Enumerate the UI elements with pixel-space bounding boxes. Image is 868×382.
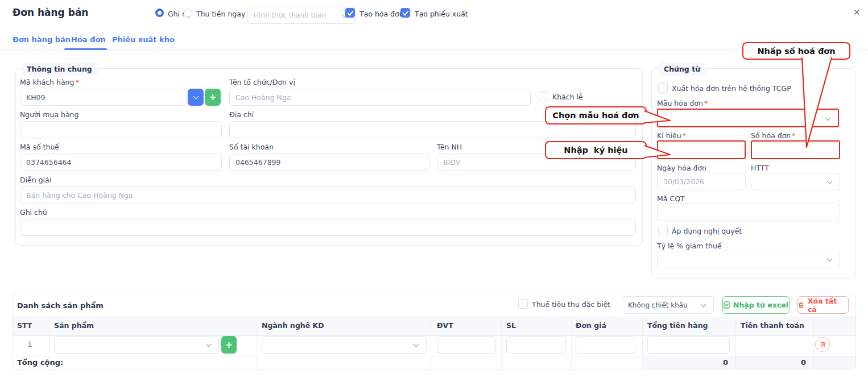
tcgp-checkbox[interactable] bbox=[658, 83, 668, 93]
special-tax-checkbox[interactable] bbox=[518, 299, 528, 309]
create-invoice-checkbox[interactable] bbox=[345, 8, 355, 18]
col-header-tong-tien: Tổng tiền hàng bbox=[647, 321, 708, 330]
plus-icon: + bbox=[225, 340, 233, 350]
resolution-label: Áp dụng nghị quyết bbox=[672, 227, 742, 235]
trash-icon bbox=[798, 302, 804, 309]
description-input[interactable] bbox=[20, 186, 636, 204]
chevron-down-icon bbox=[827, 256, 833, 262]
delete-all-button[interactable]: Xóa tất cả bbox=[797, 296, 849, 314]
close-icon[interactable]: ✕ bbox=[853, 7, 861, 18]
tab-don-hang-ban[interactable]: Đơn hàng bán bbox=[13, 35, 71, 44]
special-tax-label: Thuế tiêu thụ đặc biệt bbox=[532, 300, 610, 309]
org-name-input[interactable] bbox=[229, 89, 531, 106]
symbol-input[interactable] bbox=[657, 140, 746, 159]
products-title: Danh sách sản phẩm bbox=[17, 301, 104, 310]
documents-legend: Chứng từ bbox=[658, 63, 706, 76]
row-stt-value: 1 bbox=[23, 340, 37, 348]
radio-cash-label: Thu tiền ngay bbox=[196, 10, 245, 18]
invoice-no-input[interactable] bbox=[751, 140, 840, 159]
org-name-label: Tên tổ chức/Đơn vị bbox=[229, 78, 295, 86]
invoice-date-label: Ngày hóa đơn bbox=[657, 164, 706, 172]
create-export-label: Tạo phiếu xuất bbox=[415, 10, 468, 18]
chevron-down-icon bbox=[206, 342, 212, 347]
row-dvt-input[interactable] bbox=[437, 336, 496, 354]
col-divider bbox=[571, 317, 572, 369]
callout-symbol: Nhập ký hiệu bbox=[545, 141, 647, 159]
tax-code-input[interactable] bbox=[20, 153, 222, 171]
row-sl-input[interactable] bbox=[506, 336, 566, 354]
discount-select[interactable]: Không chiết khấu bbox=[622, 296, 714, 314]
account-no-input[interactable] bbox=[229, 153, 429, 171]
tax-reduction-label: Tỷ lệ % giảm thuế bbox=[657, 242, 722, 250]
import-excel-button[interactable]: Nhập từ excel bbox=[722, 296, 790, 314]
chevron-down-icon bbox=[414, 342, 419, 347]
tax-reduction-select[interactable] bbox=[657, 251, 840, 268]
col-header-don-gia: Đơn giá bbox=[576, 321, 606, 330]
trash-icon bbox=[820, 341, 826, 348]
chevron-down-icon bbox=[825, 115, 831, 121]
row-tong-tien-input[interactable] bbox=[647, 336, 730, 354]
retail-customer-checkbox[interactable] bbox=[539, 92, 548, 101]
discount-select-value: Không chiết khấu bbox=[628, 301, 688, 309]
callout-template: Chọn mẫu hoá đơn bbox=[545, 106, 647, 124]
chevron-down-icon bbox=[701, 302, 706, 308]
col-header-stt: STT bbox=[17, 321, 32, 330]
page-title: Đơn hàng bán bbox=[13, 7, 88, 18]
create-invoice-label: Tạo hóa đơn bbox=[359, 10, 404, 18]
account-no-label: Số tài khoản bbox=[229, 143, 274, 151]
bank-name-label: Tên NH bbox=[437, 143, 462, 151]
chevron-down-icon bbox=[193, 94, 199, 99]
footer-total-payment: 0 bbox=[735, 358, 806, 367]
cqt-label: Mã CQT bbox=[657, 194, 685, 203]
note-label: Ghi chú bbox=[20, 208, 47, 217]
col-header-tien-tt: Tiền thanh toán bbox=[741, 321, 804, 330]
tcgp-label: Xuất hóa đơn trên hệ thống TCGP bbox=[672, 84, 791, 93]
tab-phieu-xuat-kho[interactable]: Phiếu xuất kho bbox=[112, 35, 175, 44]
httt-select[interactable] bbox=[751, 173, 840, 190]
httt-label: HTTT bbox=[751, 164, 769, 172]
col-header-dvt: ĐVT bbox=[437, 321, 453, 330]
resolution-checkbox[interactable] bbox=[658, 226, 668, 235]
tab-hoa-don[interactable]: Hóa đơn bbox=[71, 35, 106, 44]
radio-debit[interactable] bbox=[155, 9, 164, 17]
payment-method-placeholder: Hình thức thanh toán bbox=[254, 11, 326, 19]
row-business-line-select[interactable] bbox=[262, 336, 427, 354]
row-add-product-button[interactable]: + bbox=[221, 336, 237, 354]
customer-code-input[interactable] bbox=[20, 89, 187, 106]
description-label: Diễn giải bbox=[20, 176, 51, 184]
col-header-sl: SL bbox=[506, 321, 516, 330]
buyer-label: Người mua hàng bbox=[20, 110, 78, 119]
invoice-date-input[interactable] bbox=[657, 173, 746, 190]
col-divider bbox=[501, 317, 502, 369]
payment-method-select[interactable]: Hình thức thanh toán bbox=[247, 7, 356, 24]
create-export-checkbox[interactable] bbox=[400, 8, 410, 18]
general-info-legend: Thông tin chung bbox=[21, 63, 98, 76]
excel-file-icon bbox=[724, 301, 730, 309]
customer-code-label: Mã khách hàng* bbox=[20, 78, 79, 86]
footer-total-goods: 0 bbox=[642, 358, 728, 367]
retail-customer-label: Khách lẻ bbox=[552, 93, 583, 101]
symbol-label: Kí hiệu* bbox=[657, 131, 686, 140]
row-don-gia-input[interactable] bbox=[576, 336, 635, 354]
note-input[interactable] bbox=[20, 219, 636, 236]
col-header-nganh-nghe: Ngành nghề KD bbox=[262, 321, 324, 330]
address-label: Địa chỉ bbox=[229, 110, 254, 119]
row-product-select[interactable] bbox=[54, 336, 219, 354]
radio-cash[interactable] bbox=[184, 9, 192, 17]
buyer-input[interactable] bbox=[20, 121, 222, 138]
cqt-input[interactable] bbox=[657, 204, 840, 221]
col-divider bbox=[257, 317, 257, 369]
col-divider bbox=[813, 317, 814, 369]
chevron-down-icon bbox=[827, 178, 833, 184]
callout-invoice-no: Nhấp số hoá đơn bbox=[742, 42, 850, 60]
row-delete-button[interactable] bbox=[815, 337, 830, 352]
invoice-template-select[interactable] bbox=[657, 109, 839, 127]
col-divider bbox=[431, 317, 431, 369]
products-header-band bbox=[13, 317, 856, 336]
active-tab-underline bbox=[64, 48, 107, 50]
add-customer-button[interactable]: + bbox=[205, 89, 221, 106]
plus-icon: + bbox=[209, 92, 217, 102]
customer-code-dropdown-button[interactable] bbox=[188, 89, 204, 106]
tabs-divider bbox=[0, 49, 868, 50]
invoice-no-label: Số hóa đơn* bbox=[751, 131, 796, 140]
